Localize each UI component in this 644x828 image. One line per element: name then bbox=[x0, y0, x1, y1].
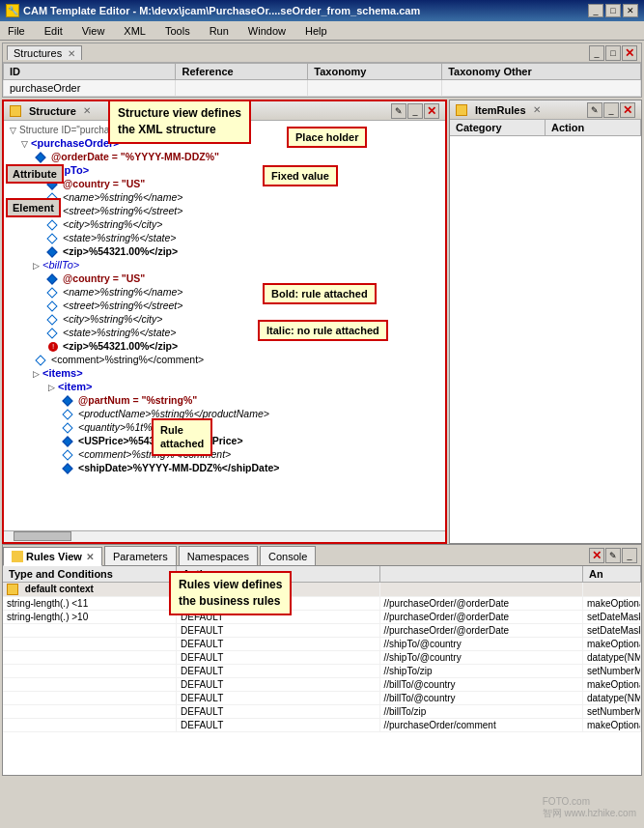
node-text: <item> bbox=[58, 381, 92, 392]
scroll-thumb[interactable] bbox=[14, 531, 71, 541]
rule-action-3: DEFAULT bbox=[177, 624, 380, 637]
expand-icon[interactable]: ▷ bbox=[33, 369, 40, 379]
tree-node-billto[interactable]: ▷ <billTo> bbox=[6, 258, 443, 271]
diamond-icon bbox=[62, 410, 72, 420]
node-text: @partNum = "%string%" bbox=[78, 394, 197, 406]
close-button[interactable]: ✕ bbox=[623, 4, 638, 17]
tree-node-comment[interactable]: <comment>%string%</comment> bbox=[6, 353, 443, 366]
rules-row-8[interactable]: DEFAULT //billTo/@country datatype(NMTOK… bbox=[3, 692, 641, 705]
rule-action-4: DEFAULT bbox=[177, 638, 380, 650]
rules-view-tab-close[interactable]: ✕ bbox=[86, 552, 94, 562]
tree-node-quantity[interactable]: <quantity>%1t%</quantity> bbox=[6, 420, 443, 434]
tree-node-shipdate[interactable]: <shipDate>%YYYY-MM-DDZ%</shipDate> bbox=[6, 461, 443, 474]
tab-console[interactable]: Console bbox=[260, 546, 316, 565]
rule-path-2: //purchaseOrder/@orderDate bbox=[380, 611, 584, 623]
itemrules-min-btn[interactable]: _ bbox=[603, 102, 619, 118]
node-text: <name>%string%</name> bbox=[63, 191, 182, 203]
diamond-icon bbox=[46, 246, 57, 257]
struct-close-btn[interactable]: ✕ bbox=[424, 103, 439, 119]
expand-icon[interactable]: ▽ bbox=[21, 139, 28, 149]
tab-parameters[interactable]: Parameters bbox=[104, 546, 177, 565]
app-icon: 🔧 bbox=[6, 4, 19, 17]
diamond-icon bbox=[46, 287, 57, 298]
menu-tools[interactable]: Tools bbox=[161, 25, 194, 37]
tree-node-street-ship[interactable]: <street>%string%</street> bbox=[6, 204, 443, 217]
diamond-icon bbox=[46, 300, 57, 311]
rules-row-1[interactable]: string-length(.) <11 DEFAULT //purchaseO… bbox=[3, 597, 641, 611]
node-text: <zip>%54321.00%</zip> bbox=[63, 245, 178, 257]
rules-min-btn[interactable]: _ bbox=[622, 548, 637, 563]
structures-tab-close[interactable]: ✕ bbox=[68, 48, 75, 59]
node-text: <state>%string%</state> bbox=[63, 232, 176, 243]
rules-edit-btn[interactable]: ✎ bbox=[605, 548, 621, 563]
menu-window[interactable]: Window bbox=[244, 25, 290, 37]
rules-close-btn[interactable]: ✕ bbox=[589, 548, 604, 563]
tree-node-zip-bill[interactable]: ! <zip>%54321.00%</zip> bbox=[6, 339, 443, 353]
menu-run[interactable]: Run bbox=[206, 25, 233, 37]
rule-type-6 bbox=[3, 665, 177, 677]
rules-row-4[interactable]: DEFAULT //shipTo/@country makeOptional() bbox=[3, 638, 641, 651]
tree-node-country-ship[interactable]: @country = "US" bbox=[6, 177, 443, 190]
structures-min-btn[interactable]: _ bbox=[589, 45, 604, 61]
callout-bold-rule: Bold: rule attached bbox=[263, 283, 377, 304]
tree-node-street-bill[interactable]: <street>%string%</street> bbox=[6, 299, 443, 312]
expand-icon[interactable]: ▽ bbox=[10, 126, 16, 135]
tree-node-name-bill[interactable]: <name>%string%</name> bbox=[6, 285, 443, 299]
menu-view[interactable]: View bbox=[78, 25, 109, 37]
diamond-icon bbox=[46, 219, 57, 230]
rule-type-2: string-length(.) >10 bbox=[3, 611, 177, 623]
structures-tab[interactable]: Structures ✕ bbox=[7, 45, 82, 60]
tree-node-name-ship[interactable]: <name>%string%</name> bbox=[6, 190, 443, 204]
watermark: FOTO.com 智网 www.hzhike.com bbox=[543, 796, 636, 820]
table-row[interactable]: purchaseOrder bbox=[4, 80, 641, 97]
rules-row-3[interactable]: DEFAULT //purchaseOrder/@orderDate setDa… bbox=[3, 624, 641, 638]
tree-node-partnum[interactable]: @partNum = "%string%" bbox=[6, 393, 443, 407]
minimize-button[interactable]: _ bbox=[588, 4, 603, 17]
menu-file[interactable]: File bbox=[4, 25, 29, 37]
rule-action-7: DEFAULT bbox=[177, 678, 380, 691]
itemrules-edit-btn[interactable]: ✎ bbox=[587, 102, 602, 118]
rules-context-row[interactable]: default context bbox=[3, 583, 641, 597]
rules-row-9[interactable]: DEFAULT //billTo/zip setNumberMask(#####… bbox=[3, 705, 641, 719]
rules-row-10[interactable]: DEFAULT //purchaseOrder/comment makeOpti… bbox=[3, 719, 641, 732]
rule-type-1: string-length(.) <11 bbox=[3, 597, 177, 610]
maximize-button[interactable]: □ bbox=[605, 4, 621, 17]
structures-close-btn[interactable]: ✕ bbox=[622, 45, 637, 61]
itemrules-close[interactable]: ✕ bbox=[533, 104, 541, 115]
expand-icon[interactable]: ▷ bbox=[48, 383, 55, 392]
horizontal-scrollbar[interactable] bbox=[4, 530, 445, 542]
tree-node-shipto[interactable]: ▷ <shipTo> bbox=[6, 163, 443, 177]
tree-node-country-bill[interactable]: @country = "US" bbox=[6, 271, 443, 285]
tree-node-state-ship[interactable]: <state>%string%</state> bbox=[6, 231, 443, 244]
tree-node-item[interactable]: ▷ <item> bbox=[6, 380, 443, 393]
node-text: <name>%string%</name> bbox=[63, 286, 182, 298]
struct-edit-btn[interactable]: ✎ bbox=[391, 103, 406, 119]
tree-node-zip-ship[interactable]: <zip>%54321.00%</zip> bbox=[6, 244, 443, 258]
tree-node-productname[interactable]: <productName>%string%</productName> bbox=[6, 407, 443, 420]
rules-row-5[interactable]: DEFAULT //shipTo/@country datatype(NMTOK… bbox=[3, 651, 641, 665]
tree-node-city-ship[interactable]: <city>%string%</city> bbox=[6, 217, 443, 231]
expand-icon[interactable]: ▷ bbox=[33, 261, 40, 271]
tab-namespaces[interactable]: Namespaces bbox=[179, 546, 258, 565]
menu-edit[interactable]: Edit bbox=[41, 25, 67, 37]
tree-node-comment-item[interactable]: <comment>%string%</comment> bbox=[6, 447, 443, 461]
context-label: default context bbox=[25, 584, 94, 594]
rules-content[interactable]: default context string-length(.) <11 DEF… bbox=[3, 583, 641, 775]
menu-help[interactable]: Help bbox=[301, 25, 331, 37]
node-text: <items> bbox=[42, 367, 83, 379]
rules-row-7[interactable]: DEFAULT //billTo/@country makeOptional() bbox=[3, 678, 641, 692]
tree-node-orderdate[interactable]: @orderDate = "%YYYY-MM-DDZ%" bbox=[6, 150, 443, 163]
structure-close[interactable]: ✕ bbox=[83, 105, 91, 116]
rules-row-6[interactable]: DEFAULT //shipTo/zip setNumberMask(#####… bbox=[3, 665, 641, 678]
rules-row-2[interactable]: string-length(.) >10 DEFAULT //purchaseO… bbox=[3, 611, 641, 624]
title-bar: 🔧 CAM Template Editor - M:\devx\jcam\Pur… bbox=[0, 0, 644, 21]
rule-result-3: setDateMask(YYYY-MM-DDZ) bbox=[583, 624, 641, 637]
menu-xml[interactable]: XML bbox=[120, 25, 150, 37]
structures-max-btn[interactable]: □ bbox=[605, 45, 621, 61]
tree-node-items[interactable]: ▷ <items> bbox=[6, 366, 443, 380]
rule-type-7 bbox=[3, 678, 177, 691]
tab-rules-view[interactable]: Rules View ✕ bbox=[3, 547, 102, 566]
tree-node-usprice[interactable]: <USPrice>%54321.00%</USPrice> bbox=[6, 434, 443, 447]
struct-min-btn[interactable]: _ bbox=[407, 103, 423, 119]
itemrules-closex-btn[interactable]: ✕ bbox=[620, 102, 635, 118]
